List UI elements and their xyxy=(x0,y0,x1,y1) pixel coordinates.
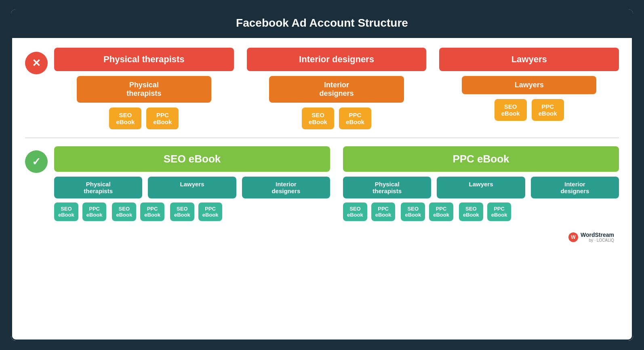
ads-row-1: SEOeBook PPCeBook xyxy=(109,108,179,129)
adset-interior-designers: Interiordesigners xyxy=(269,76,404,103)
ppc-adset-pt: Physicaltherapists xyxy=(343,177,431,198)
good-section: ✓ SEO eBook PPC eBook Physicaltherapists… xyxy=(25,146,619,221)
ppc-id-seo: SEOeBook xyxy=(459,202,483,221)
main-card: Facebook Ad Account Structure ✕ Physical… xyxy=(11,9,633,341)
seo-adsets-row: Physicaltherapists Lawyers Interiordesig… xyxy=(54,177,330,198)
ppc-adsets: Physicaltherapists Lawyers Interiordesig… xyxy=(343,177,619,221)
good-campaigns-row: SEO eBook PPC eBook xyxy=(54,146,619,172)
ppc-pt-ppc: PPCeBook xyxy=(371,202,396,221)
campaign-ppc-ebook: PPC eBook xyxy=(343,146,619,172)
good-bottom: Physicaltherapists Lawyers Interiordesig… xyxy=(54,177,619,221)
seo-pt-seo: SEOeBook xyxy=(54,202,78,221)
bad-col-2: Interior designers Interiordesigners SEO… xyxy=(247,48,427,129)
ad-seo-1: SEOeBook xyxy=(109,108,141,129)
ppc-lawyers-seo: SEOeBook xyxy=(401,202,425,221)
seo-pt-ppc: PPCeBook xyxy=(82,202,107,221)
ad-ppc-2: PPCeBook xyxy=(339,108,371,129)
campaign-lawyers: Lawyers xyxy=(439,48,619,71)
ad-seo-3: SEOeBook xyxy=(495,99,527,121)
campaign-interior-designers: Interior designers xyxy=(247,48,427,71)
campaign-seo-ebook: SEO eBook xyxy=(54,146,330,172)
seo-lawyers-seo: SEOeBook xyxy=(112,202,136,221)
wordstream-icon: W xyxy=(568,232,578,242)
seo-adset-lawyers: Lawyers xyxy=(148,177,236,198)
adset-physical-therapists: Physicaltherapists xyxy=(77,76,212,103)
seo-adsets: Physicaltherapists Lawyers Interiordesig… xyxy=(54,177,330,221)
section-divider xyxy=(25,137,619,138)
ads-row-3: SEOeBook PPCeBook xyxy=(495,99,564,121)
good-main: SEO eBook PPC eBook Physicaltherapists L… xyxy=(54,146,619,221)
seo-id-seo: SEOeBook xyxy=(170,202,194,221)
seo-id-ads: SEOeBook PPCeBook xyxy=(170,202,222,221)
ad-seo-2: SEOeBook xyxy=(302,108,334,129)
bad-col-3: Lawyers Lawyers SEOeBook PPCeBook xyxy=(439,48,619,129)
bad-columns: Physical therapists Physicaltherapists S… xyxy=(54,48,619,129)
ppc-pt-seo: SEOeBook xyxy=(343,202,367,221)
content-area: ✕ Physical therapists Physicaltherapists… xyxy=(11,37,633,341)
seo-adset-id: Interiordesigners xyxy=(242,177,330,198)
seo-ads-row: SEOeBook PPCeBook SEOeBook PPCeBook SEOe… xyxy=(54,202,330,221)
campaign-physical-therapists: Physical therapists xyxy=(54,48,234,71)
ppc-lawyers-ppc: PPCeBook xyxy=(429,202,453,221)
ppc-lawyers-ads: SEOeBook PPCeBook xyxy=(401,202,453,221)
good-symbol: ✓ xyxy=(25,150,48,173)
seo-id-ppc: PPCeBook xyxy=(198,202,223,221)
ppc-ads-row: SEOeBook PPCeBook SEOeBook PPCeBook SEOe… xyxy=(343,202,619,221)
ppc-id-ads: SEOeBook PPCeBook xyxy=(459,202,511,221)
seo-adset-pt: Physicaltherapists xyxy=(54,177,142,198)
ppc-id-ppc: PPCeBook xyxy=(487,202,511,221)
bad-section: ✕ Physical therapists Physicaltherapists… xyxy=(25,48,619,129)
ads-row-2: SEOeBook PPCeBook xyxy=(302,108,371,129)
wordstream-brand: W WordStream by · LOCALIQ xyxy=(568,232,614,242)
bad-symbol: ✕ xyxy=(25,52,48,74)
ad-ppc-1: PPCeBook xyxy=(146,108,179,129)
seo-lawyers-ads: SEOeBook PPCeBook xyxy=(112,202,164,221)
seo-pt-ads: SEOeBook PPCeBook xyxy=(54,202,106,221)
ppc-pt-ads: SEOeBook PPCeBook xyxy=(343,202,395,221)
wordstream-text: WordStream by · LOCALIQ xyxy=(581,232,614,242)
ad-ppc-3: PPCeBook xyxy=(532,99,564,121)
adset-lawyers: Lawyers xyxy=(462,76,597,94)
ppc-adset-id: Interiordesigners xyxy=(531,177,619,198)
page-title: Facebook Ad Account Structure xyxy=(11,9,633,37)
seo-lawyers-ppc: PPCeBook xyxy=(140,202,164,221)
localiq-sub: by · LOCALIQ xyxy=(581,238,614,242)
bad-col-1: Physical therapists Physicaltherapists S… xyxy=(54,48,234,129)
footer: W WordStream by · LOCALIQ xyxy=(25,229,619,244)
ppc-adset-lawyers: Lawyers xyxy=(437,177,525,198)
ppc-adsets-row: Physicaltherapists Lawyers Interiordesig… xyxy=(343,177,619,198)
